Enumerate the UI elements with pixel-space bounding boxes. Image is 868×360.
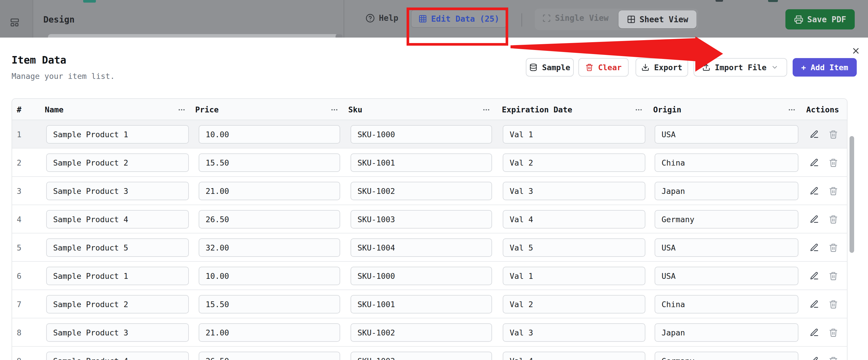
- toolbar-divider: [522, 13, 522, 27]
- delete-trash-icon[interactable]: [829, 243, 838, 252]
- cutoff-fragment: [716, 0, 723, 2]
- origin-input[interactable]: [655, 323, 798, 342]
- edit-pencil-icon[interactable]: [810, 300, 819, 309]
- expiration-input[interactable]: [503, 238, 645, 257]
- single-view-label: Single View: [555, 13, 609, 23]
- delete-trash-icon[interactable]: [829, 300, 838, 309]
- name-input[interactable]: [46, 210, 189, 229]
- delete-trash-icon[interactable]: [829, 215, 838, 224]
- column-menu-icon[interactable]: [482, 106, 490, 114]
- edit-pencil-icon[interactable]: [810, 243, 819, 252]
- column-menu-icon[interactable]: [178, 106, 186, 114]
- help-label: Help: [379, 13, 398, 23]
- expiration-input[interactable]: [503, 352, 645, 360]
- origin-input[interactable]: [655, 210, 798, 229]
- name-input[interactable]: [46, 267, 189, 285]
- col-header-price: Price: [195, 99, 219, 120]
- price-input[interactable]: [199, 210, 340, 229]
- single-view-tab[interactable]: Single View: [542, 13, 609, 23]
- annotation-arrow: [508, 31, 725, 74]
- origin-input[interactable]: [655, 295, 798, 313]
- column-menu-icon[interactable]: [788, 106, 796, 114]
- save-pdf-button[interactable]: Save PDF: [785, 9, 855, 29]
- left-sidebar-strip: [0, 0, 33, 37]
- cutoff-fragment: [768, 0, 778, 2]
- expiration-input[interactable]: [503, 267, 645, 285]
- vertical-scrollbar[interactable]: [849, 136, 854, 253]
- name-input[interactable]: [46, 352, 189, 360]
- sku-input[interactable]: [350, 323, 492, 342]
- close-icon[interactable]: [849, 44, 862, 57]
- row-index: 7: [17, 290, 40, 319]
- name-input[interactable]: [46, 295, 189, 313]
- grid-2x2-icon: [627, 15, 636, 24]
- sku-input[interactable]: [350, 352, 492, 360]
- name-input[interactable]: [46, 153, 189, 172]
- sku-input[interactable]: [350, 295, 492, 313]
- price-input[interactable]: [199, 153, 340, 172]
- expiration-input[interactable]: [503, 210, 645, 229]
- origin-input[interactable]: [655, 267, 798, 285]
- price-input[interactable]: [199, 125, 340, 144]
- column-menu-icon[interactable]: [330, 106, 338, 114]
- delete-trash-icon[interactable]: [829, 271, 838, 280]
- origin-input[interactable]: [655, 238, 798, 257]
- sku-input[interactable]: [350, 125, 492, 144]
- item-table: # Name Price Sku Expiration Date Origin …: [11, 98, 847, 360]
- edit-pencil-icon[interactable]: [810, 356, 819, 360]
- edit-pencil-icon[interactable]: [810, 186, 819, 196]
- expiration-input[interactable]: [503, 182, 645, 200]
- price-input[interactable]: [199, 182, 340, 200]
- origin-input[interactable]: [655, 352, 798, 360]
- edit-pencil-icon[interactable]: [810, 271, 819, 280]
- col-header-expiration: Expiration Date: [502, 99, 572, 120]
- annotation-highlight-rectangle: [407, 7, 508, 46]
- delete-trash-icon[interactable]: [829, 130, 838, 139]
- name-input[interactable]: [46, 125, 189, 144]
- origin-input[interactable]: [655, 182, 798, 200]
- edit-pencil-icon[interactable]: [810, 158, 819, 167]
- row-index: 2: [17, 149, 40, 177]
- table-row: 4: [12, 205, 847, 234]
- sheet-view-tab[interactable]: Sheet View: [619, 10, 696, 28]
- sku-input[interactable]: [350, 267, 492, 285]
- col-header-name: Name: [45, 99, 64, 120]
- name-input[interactable]: [46, 323, 189, 342]
- edit-pencil-icon[interactable]: [810, 328, 819, 337]
- expiration-input[interactable]: [503, 295, 645, 313]
- price-input[interactable]: [199, 295, 340, 313]
- col-header-origin: Origin: [653, 99, 681, 120]
- printer-icon: [794, 15, 803, 24]
- sku-input[interactable]: [350, 182, 492, 200]
- sku-input[interactable]: [350, 238, 492, 257]
- delete-trash-icon[interactable]: [829, 158, 838, 167]
- delete-trash-icon[interactable]: [829, 328, 838, 337]
- name-input[interactable]: [46, 238, 189, 257]
- expiration-input[interactable]: [503, 125, 645, 144]
- table-row: 8: [12, 319, 847, 347]
- price-input[interactable]: [199, 323, 340, 342]
- modal-subtitle: Manage your item list.: [11, 72, 115, 81]
- origin-input[interactable]: [655, 153, 798, 172]
- table-row: 9: [12, 347, 847, 360]
- delete-trash-icon[interactable]: [829, 186, 838, 196]
- column-menu-icon[interactable]: [635, 106, 643, 114]
- price-input[interactable]: [199, 267, 340, 285]
- help-button[interactable]: Help: [366, 13, 398, 23]
- sku-input[interactable]: [350, 153, 492, 172]
- row-index: 5: [17, 234, 40, 262]
- col-header-sku: Sku: [348, 99, 362, 120]
- table-header-row: # Name Price Sku Expiration Date Origin …: [12, 99, 847, 120]
- expiration-input[interactable]: [503, 153, 645, 172]
- expiration-input[interactable]: [503, 323, 645, 342]
- add-item-button[interactable]: + Add Item: [793, 58, 857, 77]
- row-index: 4: [17, 205, 40, 234]
- delete-trash-icon[interactable]: [829, 356, 838, 360]
- origin-input[interactable]: [655, 125, 798, 144]
- price-input[interactable]: [199, 238, 340, 257]
- edit-pencil-icon[interactable]: [810, 130, 819, 139]
- price-input[interactable]: [199, 352, 340, 360]
- edit-pencil-icon[interactable]: [810, 215, 819, 224]
- name-input[interactable]: [46, 182, 189, 200]
- sku-input[interactable]: [350, 210, 492, 229]
